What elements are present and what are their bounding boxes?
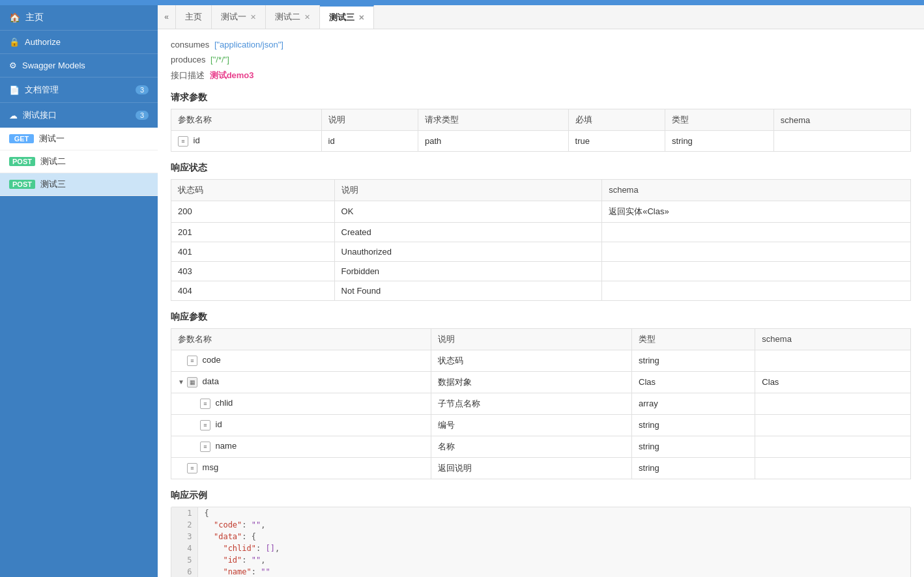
- desc-label: 接口描述: [171, 70, 205, 80]
- tab-bar: « 主页 测试一 ✕ 测试二 ✕ 测试三 ✕: [158, 5, 924, 29]
- status-desc: Forbidden: [334, 261, 602, 281]
- status-schema: 返回实体«Clas»: [602, 201, 911, 222]
- rparam-name: ≡ code: [171, 350, 431, 371]
- status-code: 200: [171, 201, 335, 222]
- sidebar-item-home[interactable]: 🏠 主页: [0, 5, 158, 31]
- status-code: 201: [171, 222, 335, 242]
- status-code: 403: [171, 261, 335, 281]
- req-col-datatype: 类型: [665, 109, 774, 131]
- rparam-schema: [755, 350, 911, 371]
- param-icon: ≡: [187, 356, 197, 366]
- table-row: 404Not Found: [171, 281, 911, 300]
- rparam-desc: 返回说明: [431, 457, 631, 479]
- rparam-col-name: 参数名称: [171, 328, 431, 350]
- response-status-title: 响应状态: [171, 162, 911, 174]
- response-example-title: 响应示例: [171, 490, 911, 501]
- sidebar-item-authorize[interactable]: 🔒 Authorize: [0, 31, 158, 54]
- param-icon: ≡: [200, 420, 210, 430]
- request-section-title: 请求参数: [171, 92, 911, 104]
- req-col-required: 必填: [568, 109, 665, 131]
- status-col-code: 状态码: [171, 179, 335, 201]
- collapse-button[interactable]: «: [158, 5, 176, 29]
- table-row: 200OK返回实体«Clas»: [171, 201, 911, 222]
- table-row: ≡ chlid 子节点名称 array: [171, 393, 911, 414]
- rparam-desc: 数据对象: [431, 371, 631, 393]
- response-status-table: 状态码 说明 schema 200OK返回实体«Clas»201Created4…: [171, 179, 911, 301]
- param-icon: ≡: [187, 463, 197, 473]
- req-param-type: string: [665, 131, 774, 152]
- response-params-title: 响应参数: [171, 311, 911, 323]
- api-item-post1[interactable]: POST 测试二: [0, 150, 158, 173]
- table-row: 401Unauthorized: [171, 242, 911, 261]
- status-desc: Not Found: [334, 281, 602, 300]
- tab-test2[interactable]: 测试二 ✕: [266, 5, 320, 29]
- expand-icon[interactable]: ▼: [178, 378, 186, 386]
- tab-home-label: 主页: [185, 11, 202, 23]
- swagger-label: Swagger Models: [22, 61, 85, 70]
- tab-test1[interactable]: 测试一 ✕: [212, 5, 266, 29]
- authorize-label: Authorize: [25, 37, 61, 47]
- code-line: 5 "id": "",: [171, 554, 910, 566]
- rparam-type: string: [632, 457, 755, 479]
- rparam-desc: 子节点名称: [431, 393, 631, 414]
- consumes-value: ["application/json"]: [214, 40, 283, 49]
- tab-test1-close[interactable]: ✕: [250, 13, 256, 21]
- req-col-schema: schema: [773, 109, 910, 131]
- status-code: 401: [171, 242, 335, 261]
- rparam-name: ≡ msg: [171, 457, 431, 479]
- code-line: 3 "data": {: [171, 531, 910, 542]
- api-label: 测试接口: [23, 109, 57, 121]
- status-col-desc: 说明: [334, 179, 602, 201]
- param-icon: ≡: [178, 136, 188, 147]
- rparam-schema: [755, 414, 911, 436]
- sidebar-item-doc[interactable]: 📄 文档管理 3: [0, 77, 158, 103]
- tab-test3[interactable]: 测试三 ✕: [320, 5, 374, 29]
- line-content: "name": "": [197, 566, 910, 577]
- code-block: 1{2 "code": "",3 "data": {4 "chlid": [],…: [171, 507, 911, 577]
- req-param-schema: [773, 131, 910, 152]
- desc-value: 测试demo3: [210, 70, 254, 80]
- api-badge: 3: [136, 111, 149, 120]
- tab-test2-close[interactable]: ✕: [304, 13, 310, 21]
- rparam-desc: 状态码: [431, 350, 631, 371]
- tab-test1-label: 测试一: [221, 11, 246, 23]
- table-row: ≡ id id path true string: [171, 131, 911, 152]
- desc-line: 接口描述 测试demo3: [171, 70, 911, 81]
- param-icon: ≡: [200, 399, 210, 409]
- api-icon: ☁: [9, 111, 18, 120]
- code-line: 1{: [171, 507, 910, 519]
- rparam-type: string: [632, 436, 755, 457]
- rparam-type: string: [632, 350, 755, 371]
- line-content: "data": {: [197, 531, 910, 542]
- status-schema: [602, 281, 911, 300]
- tab-home[interactable]: 主页: [176, 5, 212, 29]
- line-number: 1: [171, 507, 197, 519]
- line-number: 4: [171, 542, 197, 554]
- line-content: "chlid": [],: [197, 542, 910, 554]
- tab-test3-close[interactable]: ✕: [358, 14, 364, 22]
- response-params-table: 参数名称 说明 类型 schema ≡ code 状态码 string ▼▦ d…: [171, 328, 911, 479]
- doc-label: 文档管理: [25, 84, 59, 96]
- rparam-type: Clas: [632, 371, 755, 393]
- consumes-label: consumes: [171, 40, 209, 49]
- sidebar: 🏠 主页 🔒 Authorize ⚙ Swagger Models 📄 文档管理…: [0, 5, 158, 577]
- status-code: 404: [171, 281, 335, 300]
- api-name-post1: 测试二: [40, 156, 66, 167]
- table-row: 403Forbidden: [171, 261, 911, 281]
- sidebar-item-swagger[interactable]: ⚙ Swagger Models: [0, 54, 158, 77]
- rparam-name: ≡ name: [171, 436, 431, 457]
- rparam-col-schema: schema: [755, 328, 911, 350]
- api-item-post2[interactable]: POST 测试三: [0, 173, 158, 196]
- status-desc: OK: [334, 201, 602, 222]
- rparam-col-desc: 说明: [431, 328, 631, 350]
- table-row: ▼▦ data 数据对象 Clas Clas: [171, 371, 911, 393]
- req-param-reqtype: path: [418, 131, 569, 152]
- table-row: ≡ name 名称 string: [171, 436, 911, 457]
- sidebar-item-api[interactable]: ☁ 测试接口 3: [0, 103, 158, 128]
- table-row: ≡ code 状态码 string: [171, 350, 911, 371]
- api-item-get[interactable]: GET 测试一: [0, 128, 158, 150]
- rparam-schema: [755, 393, 911, 414]
- tab-test3-label: 测试三: [329, 12, 354, 23]
- req-col-type: 请求类型: [418, 109, 569, 131]
- line-number: 3: [171, 531, 197, 542]
